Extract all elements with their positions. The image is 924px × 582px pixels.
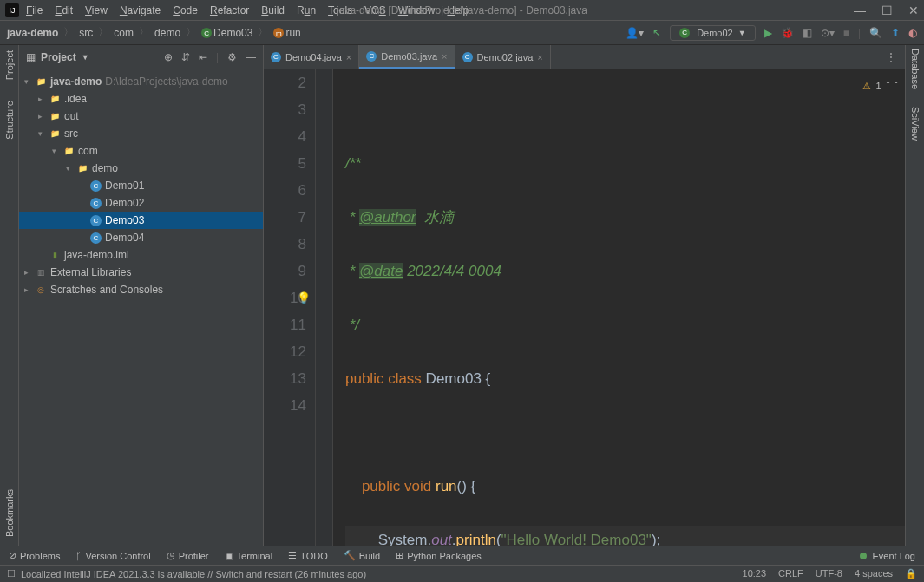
breadcrumb-com[interactable]: com [114,27,134,39]
bottom-toolbar: ⊘Problems ᚴVersion Control ◷Profiler ▣Te… [0,546,924,565]
breadcrumb-class[interactable]: CDemo03 [201,27,252,39]
profiler-tool[interactable]: ◷Profiler [167,550,209,561]
tab-demo03[interactable]: C Demo03.java × [359,45,455,69]
indent[interactable]: 4 spaces [855,568,893,579]
left-tool-strip: Project Structure Bookmarks [0,45,19,546]
event-log-button[interactable]: Event Log [872,551,915,561]
tree-project-root[interactable]: ▾📁 java-demo D:\IdeaProjects\java-demo [19,73,263,90]
caret-position[interactable]: 10:23 [743,568,767,579]
add-user-icon[interactable]: 👤▾ [626,27,644,39]
breadcrumb-method[interactable]: mrun [273,27,300,39]
fold-gutter[interactable] [316,69,333,546]
profiler-icon: ◷ [167,550,175,561]
update-button[interactable]: ⬆ [891,27,900,39]
chevron-down-icon[interactable]: ▼ [82,53,89,62]
lock-icon[interactable]: 🔒 [905,568,917,579]
problems-indicator[interactable]: ⚠ 1 ˆ ˇ [862,73,898,100]
tree-iml-file[interactable]: ▮java-demo.iml [19,246,263,264]
breadcrumb-demo[interactable]: demo [154,27,180,39]
chevron-up-icon[interactable]: ˆ [887,73,890,100]
tree-class-demo04[interactable]: CDemo04 [19,229,263,246]
tree-external-libs[interactable]: ▸▥External Libraries [19,264,263,281]
target-icon[interactable]: ⊕ [164,51,173,63]
search-button[interactable]: 🔍 [869,27,882,39]
project-icon: ▦ [26,51,36,63]
tree-class-demo01[interactable]: CDemo01 [19,177,263,194]
nav-toolbar: java-demo 〉 src 〉 com 〉 demo 〉 CDemo03 〉… [0,21,924,45]
event-log-dot [860,553,867,559]
tree-demo-folder[interactable]: ▾📁demo [19,160,263,177]
class-icon: C [679,28,690,38]
bulb-icon[interactable]: 💡 [297,284,311,311]
close-icon[interactable]: × [537,52,542,62]
hide-icon[interactable]: — [246,51,256,63]
menu-build[interactable]: Build [261,4,285,16]
minimize-button[interactable]: — [854,3,866,17]
problems-tool[interactable]: ⊘Problems [9,550,60,561]
project-sidebar: ▦ Project ▼ ⊕ ⇵ ⇤ | ⚙ — ▾📁 java-demo D:\… [19,45,264,546]
tree-src-folder[interactable]: ▾📁src [19,125,263,142]
tree-scratches[interactable]: ▸◎Scratches and Consoles [19,281,263,298]
breadcrumb-src[interactable]: src [79,27,93,39]
collapse-icon[interactable]: ⇤ [199,51,207,63]
tab-demo04[interactable]: C Demo04.java × [264,45,359,69]
sciview-tool-tab[interactable]: SciView [910,107,921,141]
error-icon: ⊘ [9,550,16,561]
build-icon[interactable]: ↖ [652,27,661,39]
line-separator[interactable]: CRLF [778,568,803,579]
todo-tool[interactable]: ☰TODO [288,550,328,561]
build-tool[interactable]: 🔨Build [344,550,380,561]
editor-area: C Demo04.java × C Demo03.java × C Demo02… [264,45,905,546]
structure-tool-tab[interactable]: Structure [3,99,16,141]
database-tool-tab[interactable]: Database [910,49,921,89]
coverage-button[interactable]: ◧ [803,27,812,39]
run-button[interactable]: ▶ [764,27,772,39]
status-message[interactable]: Localized IntelliJ IDEA 2021.3.3 is avai… [21,569,366,579]
run-config-selector[interactable]: C Demo02 ▼ [670,25,756,41]
menu-code[interactable]: Code [173,4,198,16]
stop-button[interactable]: ■ [843,27,849,39]
ide-button[interactable]: ◐ [908,27,917,39]
breadcrumb-root[interactable]: java-demo [7,27,58,39]
tab-demo02[interactable]: C Demo02.java × [455,45,551,69]
vcs-tool[interactable]: ᚴVersion Control [75,551,150,561]
tool-window-toggle[interactable]: ☐ [7,568,16,579]
gear-icon[interactable]: ⚙ [227,51,237,63]
terminal-tool[interactable]: ▣Terminal [225,550,273,561]
profiler-button[interactable]: ⊙▾ [821,27,835,39]
menu-refactor[interactable]: Refactor [210,4,249,16]
chevron-down-icon[interactable]: ˇ [895,73,898,100]
project-tree[interactable]: ▾📁 java-demo D:\IdeaProjects\java-demo ▸… [19,69,263,546]
project-tool-tab[interactable]: Project [3,49,16,82]
terminal-icon: ▣ [225,550,233,561]
run-config-name: Demo02 [697,28,733,38]
menu-navigate[interactable]: Navigate [120,4,161,16]
close-icon[interactable]: × [442,51,447,62]
encoding[interactable]: UTF-8 [816,568,842,579]
chevron-down-icon: ▼ [738,29,746,37]
menu-file[interactable]: File [26,4,43,16]
maximize-button[interactable]: ☐ [881,3,893,17]
tree-com-folder[interactable]: ▾📁com [19,142,263,160]
tree-idea-folder[interactable]: ▸📁.idea [19,90,263,108]
class-icon: C [271,52,281,62]
tree-class-demo03[interactable]: CDemo03 [19,212,263,229]
close-icon[interactable]: × [346,52,351,62]
tabs-more-icon[interactable]: ⋮ [877,45,905,69]
tree-out-folder[interactable]: ▸📁out [19,108,263,125]
right-tool-strip: Database SciView [905,45,924,546]
app-icon: IJ [5,3,19,17]
menu-run[interactable]: Run [297,4,316,16]
menu-view[interactable]: View [85,4,108,16]
menu-edit[interactable]: Edit [55,4,73,16]
debug-button[interactable]: 🐞 [781,27,794,39]
python-packages-tool[interactable]: ⊞Python Packages [396,550,482,561]
code-editor[interactable]: ⚠ 1 ˆ ˇ 2345 6789 10💡 11121314 /** * @au… [264,69,905,546]
expand-icon[interactable]: ⇵ [181,51,190,63]
bookmarks-tool-tab[interactable]: Bookmarks [3,487,16,539]
close-button[interactable]: ✕ [908,3,919,17]
code-content[interactable]: /** * @author 水滴 * @date 2022/4/4 0004 *… [333,69,905,546]
tree-class-demo02[interactable]: CDemo02 [19,194,263,212]
class-icon: C [462,52,473,62]
chevron-icon: 〉 [139,25,149,40]
